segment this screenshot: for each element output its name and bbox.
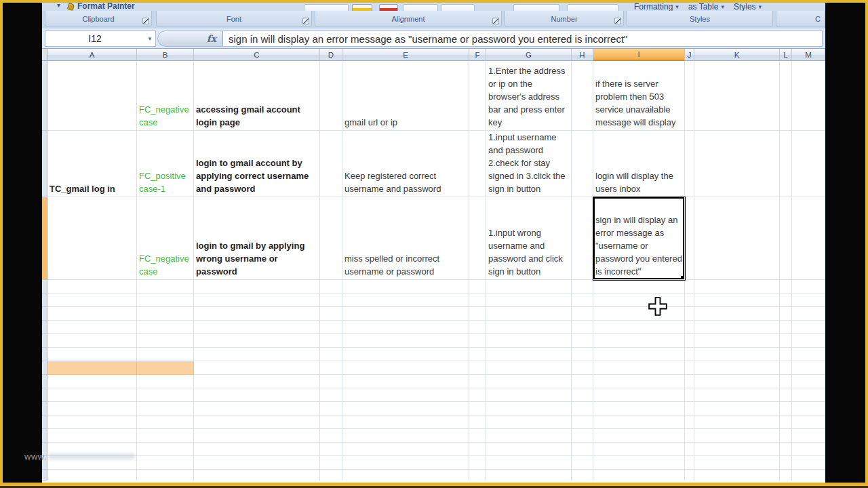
cell-B25[interactable] [137, 443, 194, 456]
cell-A12[interactable] [47, 197, 137, 280]
cell-K17[interactable] [694, 334, 780, 348]
cell-F27[interactable] [469, 470, 486, 481]
cell-C17[interactable] [194, 334, 320, 348]
cell-C27[interactable] [194, 470, 320, 481]
cell-I13[interactable] [593, 280, 685, 293]
cell-E20[interactable] [342, 375, 469, 388]
cell-D24[interactable] [320, 429, 342, 443]
cell-C13[interactable] [194, 280, 320, 293]
cell-A18[interactable] [47, 348, 137, 361]
cell-G14[interactable] [486, 293, 572, 307]
cell-M25[interactable] [792, 443, 825, 456]
cell-G12[interactable]: 1.input wrong username and password and … [486, 197, 572, 280]
cell-E21[interactable] [342, 388, 469, 402]
cell-L19[interactable] [780, 361, 792, 375]
cell-C22[interactable] [194, 402, 320, 415]
cell-A23[interactable] [47, 415, 137, 429]
cell-M19[interactable] [792, 361, 825, 375]
cell-F18[interactable] [469, 348, 486, 361]
cell-D15[interactable] [320, 307, 342, 321]
cell-A10[interactable] [47, 61, 137, 131]
cell-H24[interactable] [572, 429, 593, 443]
cell-A14[interactable] [47, 293, 137, 307]
cell-H12[interactable] [572, 197, 593, 280]
cell-K11[interactable] [694, 131, 780, 197]
column-header-I[interactable]: I [593, 49, 685, 61]
cell-L13[interactable] [780, 280, 792, 293]
cell-M21[interactable] [792, 388, 825, 402]
cell-J17[interactable] [685, 334, 694, 348]
cell-H17[interactable] [572, 334, 593, 348]
cell-E18[interactable] [342, 348, 469, 361]
cell-C23[interactable] [194, 415, 320, 429]
cell-I25[interactable] [593, 443, 685, 456]
select-all-corner[interactable] [42, 49, 47, 61]
cell-D22[interactable] [320, 402, 342, 415]
cell-L11[interactable] [780, 131, 792, 197]
column-header-E[interactable]: E [342, 49, 469, 61]
cell-D14[interactable] [320, 293, 342, 307]
cell-D26[interactable] [320, 456, 342, 470]
cell-E27[interactable] [342, 470, 469, 481]
cell-C10[interactable]: accessing gmail account login page [194, 61, 320, 131]
cell-B19[interactable] [137, 361, 194, 375]
cell-B12[interactable]: FC_negative case [137, 197, 194, 280]
cell-F17[interactable] [469, 334, 486, 348]
cell-E13[interactable] [342, 280, 469, 293]
cell-A15[interactable] [47, 307, 137, 321]
cell-K27[interactable] [694, 470, 780, 481]
cell-A11[interactable]: TC_gmail log in [47, 131, 137, 197]
cell-K20[interactable] [694, 375, 780, 388]
cell-H20[interactable] [572, 375, 593, 388]
cell-F16[interactable] [469, 321, 486, 334]
cell-F14[interactable] [469, 293, 486, 307]
cell-B24[interactable] [137, 429, 194, 443]
cell-C11[interactable]: login to gmail account by applying corre… [194, 131, 320, 197]
cell-L17[interactable] [780, 334, 792, 348]
cell-C20[interactable] [194, 375, 320, 388]
cell-E23[interactable] [342, 415, 469, 429]
cell-I20[interactable] [593, 375, 685, 388]
cell-B21[interactable] [137, 388, 194, 402]
cell-H19[interactable] [572, 361, 593, 375]
cell-K13[interactable] [694, 280, 780, 293]
cell-G25[interactable] [486, 443, 572, 456]
cell-I23[interactable] [593, 415, 685, 429]
cell-M26[interactable] [792, 456, 825, 470]
cell-B16[interactable] [137, 321, 194, 334]
cell-L24[interactable] [780, 429, 792, 443]
cell-I27[interactable] [593, 470, 685, 481]
cell-J23[interactable] [685, 415, 694, 429]
cell-D10[interactable] [320, 61, 342, 131]
cell-M27[interactable] [792, 470, 825, 481]
cell-L25[interactable] [780, 443, 792, 456]
cell-F11[interactable] [469, 131, 486, 197]
cell-H18[interactable] [572, 348, 593, 361]
cell-M10[interactable] [792, 61, 825, 131]
cell-C26[interactable] [194, 456, 320, 470]
cell-H11[interactable] [572, 131, 593, 197]
font-color-button-fragment[interactable] [379, 4, 398, 11]
alignment-dialog-launcher-icon[interactable] [492, 18, 499, 24]
cell-H16[interactable] [572, 321, 593, 334]
cell-B23[interactable] [137, 415, 194, 429]
cell-C12[interactable]: login to gmail by applying wrong usernam… [194, 197, 320, 280]
cell-F12[interactable] [469, 197, 486, 280]
cell-K14[interactable] [694, 293, 780, 307]
cell-G11[interactable]: 1.input username and password 2.check fo… [486, 131, 572, 197]
cell-J14[interactable] [685, 293, 694, 307]
cell-D13[interactable] [320, 280, 342, 293]
cell-J27[interactable] [685, 470, 694, 481]
column-header-A[interactable]: A [47, 49, 137, 61]
cell-H10[interactable] [572, 61, 593, 131]
cell-G10[interactable]: 1.Enter the address or ip on the browser… [486, 61, 572, 131]
cell-J13[interactable] [685, 280, 694, 293]
cell-J25[interactable] [685, 443, 694, 456]
cell-G16[interactable] [486, 321, 572, 334]
cell-D12[interactable] [320, 197, 342, 280]
cell-B11[interactable]: FC_positive case-1 [137, 131, 194, 197]
cell-K19[interactable] [694, 361, 780, 375]
cell-J18[interactable] [685, 348, 694, 361]
cell-M16[interactable] [792, 321, 825, 334]
cell-E26[interactable] [342, 456, 469, 470]
